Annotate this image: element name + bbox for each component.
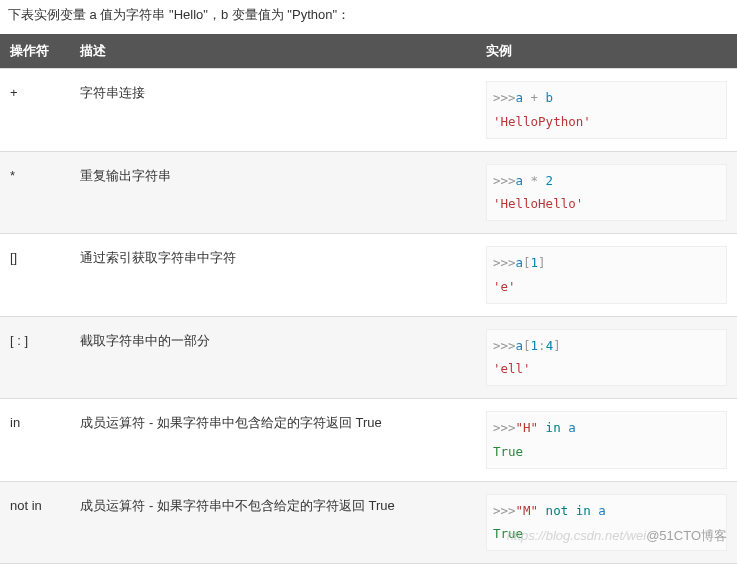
operator-cell: [ : ] [0,316,70,399]
code-token: >>> [493,420,516,435]
table-row: in成员运算符 - 如果字符串中包含给定的字符返回 True>>>"H" in … [0,399,737,482]
watermark-strong: @51CTO博客 [646,528,727,543]
table-row: [ : ]截取字符串中的一部分>>>a[1:4]'ell' [0,316,737,399]
code-token: 1 [531,255,539,270]
example-cell: >>>a + b'HelloPython' [476,69,737,152]
table-row: []通过索引获取字符串中字符>>>a[1]'e' [0,234,737,317]
operator-cell: r/R [0,564,70,576]
description-cell: 重复输出字符串 [70,151,476,234]
watermark-faint: https://blog.csdn.net/wei [507,528,646,543]
code-token: a [516,255,524,270]
operator-cell: not in [0,481,70,564]
description-cell: 截取字符串中的一部分 [70,316,476,399]
description-cell: 字符串连接 [70,69,476,152]
table-row: not in成员运算符 - 如果字符串中不包含给定的字符返回 True>>>"M… [0,481,737,564]
example-cell: >>>a * 2'HelloHello' [476,151,737,234]
code-token: 'e' [493,279,516,294]
intro-text: 下表实例变量 a 值为字符串 "Hello"，b 变量值为 "Python"： [0,0,737,34]
watermark: https://blog.csdn.net/wei@51CTO博客 [507,527,727,545]
code-line: 'HelloHello' [493,192,720,216]
code-token: a [516,173,531,188]
code-token: >>> [493,255,516,270]
description-cell: 通过索引获取字符串中字符 [70,234,476,317]
code-token: 'ell' [493,361,531,376]
code-block: >>>a * 2'HelloHello' [486,164,727,222]
code-line: >>>a * 2 [493,169,720,193]
code-line: >>>a + b [493,86,720,110]
header-operator: 操作符 [0,34,70,69]
code-token: in [538,420,568,435]
code-line: >>>"H" in a [493,416,720,440]
code-token: : [538,338,546,353]
code-token: 2 [538,173,553,188]
code-token: >>> [493,338,516,353]
code-token: >>> [493,503,516,518]
code-token: 1 [531,338,539,353]
code-line: >>>a[1:4] [493,334,720,358]
code-line: 'HelloPython' [493,110,720,134]
example-cell: >>>a[1]'e' [476,234,737,317]
code-token: [ [523,255,531,270]
header-description: 描述 [70,34,476,69]
code-token: 'HelloPython' [493,114,591,129]
operator-cell: * [0,151,70,234]
code-token: a [568,420,576,435]
code-block: >>>"H" in aTrue [486,411,727,469]
description-cell: 原始字符串 - 原始字符串：所有的字符串都是直接按照字面的意思来使用，没有转义特… [70,564,476,576]
table-row: r/R原始字符串 - 原始字符串：所有的字符串都是直接按照字面的意思来使用，没有… [0,564,737,576]
table-row: +字符串连接>>>a + b'HelloPython' [0,69,737,152]
code-line: 'ell' [493,357,720,381]
operator-cell: + [0,69,70,152]
code-token: >>> [493,90,516,105]
code-token: + [531,90,539,105]
code-token: "M" [516,503,539,518]
code-line: >>>a[1] [493,251,720,275]
description-cell: 成员运算符 - 如果字符串中包含给定的字符返回 True [70,399,476,482]
code-block: >>>a[1]'e' [486,246,727,304]
description-cell: 成员运算符 - 如果字符串中不包含给定的字符返回 True [70,481,476,564]
code-line: True [493,440,720,464]
operator-cell: in [0,399,70,482]
code-block: >>>a + b'HelloPython' [486,81,727,139]
code-token: a [598,503,606,518]
code-token: a [516,90,531,105]
code-token: [ [523,338,531,353]
code-token: "H" [516,420,539,435]
code-token: * [531,173,539,188]
operators-table: 操作符 描述 实例 +字符串连接>>>a + b'HelloPython'*重复… [0,34,737,575]
table-row: *重复输出字符串>>>a * 2'HelloHello' [0,151,737,234]
example-cell: >>>"M" not in aTrue [476,481,737,564]
code-token: ] [553,338,561,353]
code-token: not in [538,503,598,518]
code-token: 'HelloHello' [493,196,583,211]
code-token: True [493,444,523,459]
example-cell: >>>"H" in aTrue [476,399,737,482]
operator-cell: [] [0,234,70,317]
header-example: 实例 [476,34,737,69]
example-cell: >>>a[1:4]'ell' [476,316,737,399]
code-line: >>>"M" not in a [493,499,720,523]
code-token: b [538,90,553,105]
code-line: 'e' [493,275,720,299]
code-block: >>>a[1:4]'ell' [486,329,727,387]
code-token: >>> [493,173,516,188]
code-token: a [516,338,524,353]
code-token: ] [538,255,546,270]
example-cell: >>>print r'\n'\n>>> print R'\n'\n [476,564,737,576]
